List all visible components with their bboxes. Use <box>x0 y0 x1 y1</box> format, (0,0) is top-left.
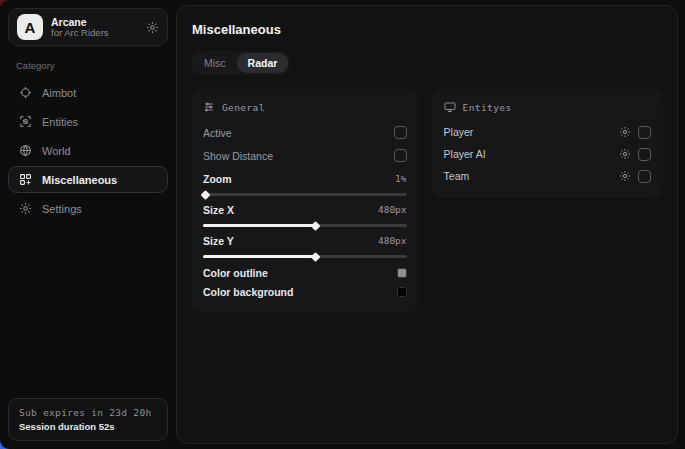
zoom-slider-thumb[interactable] <box>201 190 211 200</box>
subscription-box: Sub expires in 23d 20h Session duration … <box>8 398 168 441</box>
general-card: General Active Show Distance Zoom 1% <box>191 89 419 312</box>
app-header-card: A Arcane for Arc Riders <box>8 8 168 46</box>
team-label: Team <box>444 170 470 182</box>
zoom-value: 1% <box>395 173 406 184</box>
zoom-slider[interactable] <box>203 193 407 196</box>
sidebar-item-label: Settings <box>42 203 82 215</box>
sidebar-item-label: Aimbot <box>42 87 76 99</box>
active-row: Active <box>203 121 407 144</box>
size-y-slider[interactable] <box>203 255 407 258</box>
color-outline-swatch[interactable] <box>397 268 407 278</box>
sidebar-item-world[interactable]: World <box>8 137 168 164</box>
size-y-slider-fill <box>203 255 315 258</box>
team-gear-icon[interactable] <box>619 170 631 182</box>
page-title: Miscellaneous <box>192 22 663 37</box>
cards-row: General Active Show Distance Zoom 1% <box>191 89 663 312</box>
sidebar-item-settings[interactable]: Settings <box>8 195 168 222</box>
size-x-slider[interactable] <box>203 224 407 227</box>
zoom-slider-fill <box>203 193 205 196</box>
category-label: Category <box>16 60 168 71</box>
sidebar-item-label: World <box>42 145 71 157</box>
team-checkbox[interactable] <box>638 170 651 183</box>
player-ai-checkbox[interactable] <box>638 148 651 161</box>
player-row: Player <box>444 121 651 143</box>
player-checkbox[interactable] <box>638 126 651 139</box>
color-background-row: Color background <box>203 282 407 301</box>
team-row: Team <box>444 165 651 187</box>
player-ai-row: Player AI <box>444 143 651 165</box>
app-window: A Arcane for Arc Riders Category <box>0 0 685 449</box>
general-card-header: General <box>203 98 407 116</box>
size-x-label: Size X <box>203 204 234 216</box>
show-distance-checkbox[interactable] <box>394 149 407 162</box>
size-x-slider-thumb[interactable] <box>311 221 321 231</box>
size-y-label: Size Y <box>203 235 234 247</box>
app-logo: A <box>17 14 43 40</box>
session-duration-text: Session duration 52s <box>19 421 157 432</box>
monitor-icon <box>444 101 456 113</box>
app-subtitle: for Arc Riders <box>51 28 138 39</box>
size-y-slider-thumb[interactable] <box>311 252 321 262</box>
zoom-slider-row: Zoom 1% <box>203 170 407 196</box>
sidebar: A Arcane for Arc Riders Category <box>0 0 176 449</box>
gear-icon <box>19 202 32 215</box>
size-y-slider-row: Size Y 480px <box>203 232 407 258</box>
sidebar-item-aimbot[interactable]: Aimbot <box>8 79 168 106</box>
show-distance-row: Show Distance <box>203 144 407 167</box>
globe-icon <box>19 144 32 157</box>
color-outline-row: Color outline <box>203 263 407 282</box>
player-gear-icon[interactable] <box>619 126 631 138</box>
zoom-label: Zoom <box>203 173 232 185</box>
active-checkbox[interactable] <box>394 126 407 139</box>
general-card-title: General <box>222 102 265 113</box>
app-meta: Arcane for Arc Riders <box>51 16 138 39</box>
entities-card-header: Entityes <box>444 98 651 116</box>
player-label: Player <box>444 126 474 138</box>
desktop: A Arcane for Arc Riders Category <box>0 0 685 449</box>
sidebar-item-label: Entities <box>42 116 78 128</box>
header-gear-icon[interactable] <box>146 21 159 34</box>
main-panel: Miscellaneous Misc Radar Gene <box>176 5 678 444</box>
color-background-label: Color background <box>203 286 293 298</box>
grid-icon <box>19 173 32 186</box>
crosshair-icon <box>19 86 32 99</box>
size-x-value: 480px <box>378 204 407 215</box>
cube-scan-icon <box>19 115 32 128</box>
sidebar-nav: Aimbot Entities <box>8 79 168 222</box>
sub-expiry-text: Sub expires in 23d 20h <box>19 407 157 418</box>
player-ai-label: Player AI <box>444 148 486 160</box>
sidebar-item-miscellaneous[interactable]: Miscellaneous <box>8 166 168 193</box>
size-y-value: 480px <box>378 235 407 246</box>
show-distance-label: Show Distance <box>203 150 273 162</box>
sidebar-item-entities[interactable]: Entities <box>8 108 168 135</box>
active-label: Active <box>203 127 232 139</box>
size-x-slider-fill <box>203 224 315 227</box>
entities-card-title: Entityes <box>463 102 512 113</box>
app-name: Arcane <box>51 16 138 28</box>
player-ai-gear-icon[interactable] <box>619 148 631 160</box>
sidebar-item-label: Miscellaneous <box>42 174 117 186</box>
entities-card: Entityes Player <box>432 89 663 198</box>
tab-misc[interactable]: Misc <box>193 53 237 73</box>
tab-bar: Misc Radar <box>191 51 290 75</box>
size-x-slider-row: Size X 480px <box>203 201 407 227</box>
color-background-swatch[interactable] <box>397 287 407 297</box>
color-outline-label: Color outline <box>203 267 268 279</box>
sliders-icon <box>203 101 215 113</box>
tab-radar[interactable]: Radar <box>237 53 289 73</box>
